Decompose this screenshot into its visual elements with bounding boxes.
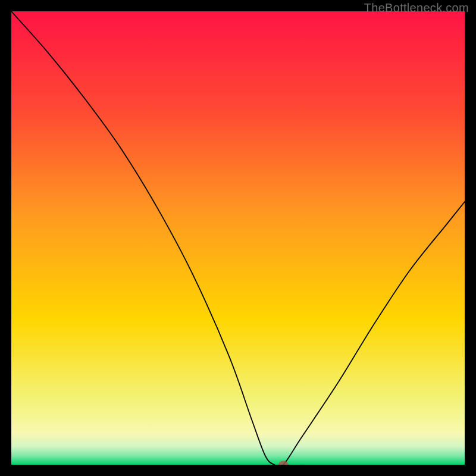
chart-svg [11,11,465,465]
watermark-label: TheBottleneck.com [364,1,469,15]
chart-frame: TheBottleneck.com [0,0,476,476]
gradient-background [11,11,465,465]
plot-area [11,11,465,465]
